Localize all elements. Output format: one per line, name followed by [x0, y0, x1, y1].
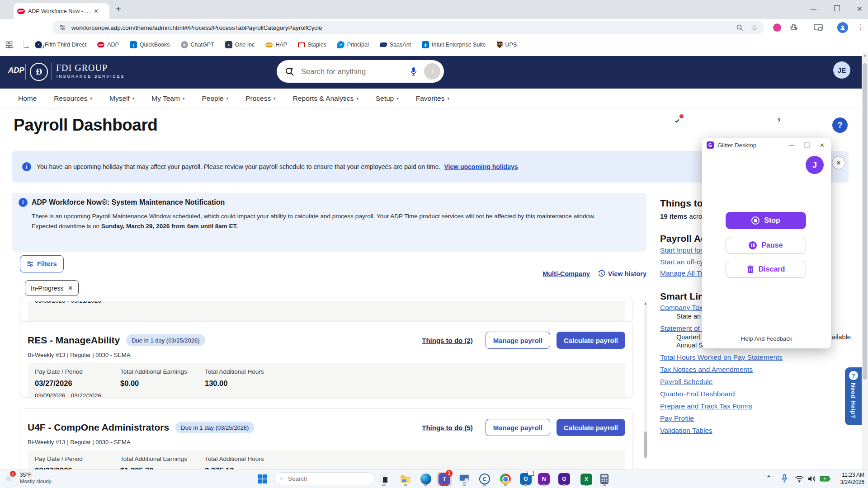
global-search[interactable]: ↑: [277, 60, 444, 83]
chrome-button[interactable]: [498, 472, 513, 486]
bookmark-adp[interactable]: ADPADP: [97, 42, 119, 48]
browser-tab[interactable]: ADP ADP Workforce Now - Payroll D ✕: [14, 3, 109, 19]
bookmark-fifth-third[interactable]: ◔Fifth Third Direct: [35, 41, 86, 48]
filter-chip-in-progress[interactable]: In-Progress ✕: [25, 280, 79, 296]
nav-process[interactable]: Process▾: [245, 94, 276, 103]
sidebar-link-quarter-end[interactable]: Quarter-End Dashboard: [660, 390, 735, 398]
view-holidays-link[interactable]: View upcoming holidays: [444, 163, 518, 170]
tray-battery-icon[interactable]: [820, 476, 830, 482]
nav-home[interactable]: Home: [18, 94, 37, 103]
menu-marketplace[interactable]: Marketplace: [789, 116, 828, 134]
calculate-payroll-button[interactable]: Calculate payroll: [557, 332, 625, 349]
sidebar-link[interactable]: Manage All Ti: [660, 269, 702, 277]
filters-button[interactable]: Filters: [20, 255, 64, 272]
bookmark-staples[interactable]: Staples: [298, 42, 326, 48]
calculator-button[interactable]: [597, 472, 612, 486]
sidebar-link-pay-profile[interactable]: Pay Profile: [660, 414, 694, 422]
view-history-link[interactable]: View history: [598, 270, 646, 277]
bookmark-quickbooks[interactable]: |QuickBooks: [130, 41, 170, 48]
window-maximize-icon[interactable]: [834, 5, 840, 11]
sidebar-link[interactable]: Statement of D: [660, 324, 707, 333]
chip-remove-icon[interactable]: ✕: [68, 285, 73, 291]
nav-reports-analytics[interactable]: Reports & Analytics▾: [293, 94, 359, 103]
glitter-app-button[interactable]: G: [557, 472, 571, 486]
microphone-icon[interactable]: [410, 66, 418, 76]
start-button[interactable]: [255, 472, 269, 486]
bookmark-ups[interactable]: UPSUPS: [497, 42, 517, 48]
extensions-puzzle-icon[interactable]: [789, 23, 797, 32]
nav-people[interactable]: People▾: [202, 94, 228, 103]
bookmark-saasant[interactable]: SaasAnt: [380, 42, 411, 48]
pause-button[interactable]: Pause: [726, 237, 806, 254]
tray-microphone-icon[interactable]: [781, 474, 788, 483]
bookmark-star-icon[interactable]: ☆: [751, 23, 758, 33]
window-close-icon[interactable]: ✕: [857, 5, 863, 13]
manage-payroll-button[interactable]: Manage payroll: [486, 332, 550, 349]
need-help-tab[interactable]: ? Need Help?: [845, 367, 862, 425]
c-app-button[interactable]: C: [477, 472, 492, 486]
taskbar-search[interactable]: [274, 472, 375, 485]
remote-desktop-button[interactable]: [457, 472, 472, 486]
calculate-payroll-button[interactable]: Calculate payroll: [557, 419, 625, 436]
multi-company-link[interactable]: Multi-Company: [542, 270, 590, 277]
sidebar-link[interactable]: Company Tax: [660, 304, 703, 312]
glitter-avatar[interactable]: J: [806, 156, 824, 174]
scroll-up-icon[interactable]: ▲: [644, 302, 647, 305]
excel-button[interactable]: X: [579, 472, 594, 487]
search-submit-icon[interactable]: ↑: [424, 63, 440, 80]
sidebar-link[interactable]: Start an off-cy: [660, 258, 703, 266]
page-scrollbar[interactable]: ▲: [862, 52, 868, 470]
help-and-feedback-link[interactable]: Help And Feedback: [702, 335, 831, 342]
search-input[interactable]: [300, 67, 410, 76]
stop-button[interactable]: Stop: [726, 212, 806, 229]
scrollbar-thumb[interactable]: [863, 63, 867, 380]
bookmark-one-inc[interactable]: ‖One Inc: [225, 41, 255, 48]
nav-resources[interactable]: Resources▾: [54, 94, 92, 103]
banner-close-icon[interactable]: ✕: [832, 156, 845, 169]
scroll-up-icon[interactable]: ▲: [863, 53, 867, 57]
bookmark-intuit[interactable]: ▮Intuit Enterprise Suite: [422, 41, 486, 48]
things-to-do-link[interactable]: Things to do (5): [422, 424, 472, 432]
bookmark-hap[interactable]: HAPHAP: [265, 42, 287, 48]
extension-pink-icon[interactable]: [773, 23, 781, 32]
new-tab-button[interactable]: +: [116, 4, 121, 14]
clock-time[interactable]: 11:23 AM: [833, 472, 864, 478]
weather-widget[interactable]: 1: [5, 473, 17, 483]
sidebar-link-tax-forms[interactable]: Prepare and Track Tax Forms: [660, 402, 752, 410]
menu-whats-new[interactable]: What's New: [623, 116, 662, 134]
tray-expand-icon[interactable]: ⌃: [766, 474, 771, 481]
browser-menu-icon[interactable]: ⋮: [857, 23, 864, 31]
scrollbar-thumb[interactable]: [644, 432, 647, 458]
onenote-button[interactable]: N: [537, 472, 551, 486]
cast-icon[interactable]: [814, 23, 823, 32]
glitter-maximize-icon[interactable]: [804, 142, 810, 148]
user-avatar[interactable]: JE: [833, 61, 850, 79]
edge-button[interactable]: [419, 472, 433, 486]
taskbar-search-input[interactable]: [287, 475, 369, 483]
glitter-close-icon[interactable]: ✕: [820, 142, 825, 149]
apps-grid-icon[interactable]: [5, 41, 13, 48]
sidebar-link-tax-notices[interactable]: Tax Notices and Amendments: [660, 366, 753, 374]
profile-avatar-icon[interactable]: [837, 22, 848, 33]
zoom-icon[interactable]: [736, 24, 744, 32]
nav-setup[interactable]: Setup▾: [376, 94, 399, 103]
bookmark-chatgpt[interactable]: ✳ChatGPT: [181, 41, 214, 48]
tab-close-icon[interactable]: ✕: [94, 8, 99, 14]
site-settings-icon[interactable]: [59, 24, 66, 31]
sidebar-link[interactable]: Start Input for: [660, 246, 703, 254]
outlook-button[interactable]: O: [519, 472, 533, 486]
nav-my-team[interactable]: My Team▾: [151, 94, 184, 103]
sidebar-link-payroll-schedule[interactable]: Payroll Schedule: [660, 378, 712, 386]
bookmark-principal[interactable]: PPrincipal: [337, 41, 369, 48]
clock-date[interactable]: 3/24/2026: [833, 479, 864, 485]
manage-payroll-button[interactable]: Manage payroll: [486, 419, 550, 436]
address-bar[interactable]: workforcenow.adp.com/theme/admin.html#/P…: [52, 21, 764, 34]
tray-wifi-icon[interactable]: [795, 475, 804, 483]
file-explorer-button[interactable]: [398, 472, 413, 486]
window-minimize-icon[interactable]: —: [810, 5, 816, 12]
nav-favorites[interactable]: Favorites▾: [416, 94, 449, 103]
sidebar-link-total-hours[interactable]: Total Hours Worked on Pay Statements: [660, 353, 783, 361]
discard-button[interactable]: Discard: [726, 261, 806, 278]
teams-button[interactable]: T 1: [437, 472, 452, 486]
things-to-do-link[interactable]: Things to do (2): [422, 337, 472, 344]
